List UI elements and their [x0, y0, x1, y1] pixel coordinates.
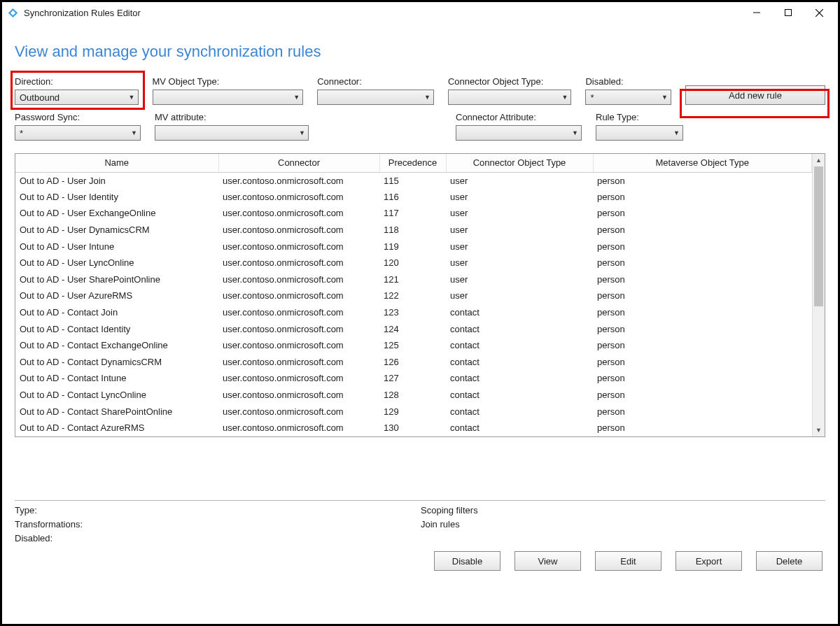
app-icon	[8, 8, 18, 18]
table-row[interactable]: Out to AD - Contact DynamicsCRMuser.cont…	[15, 354, 812, 371]
cell-name: Out to AD - User AzureRMS	[15, 287, 218, 304]
col-connector[interactable]: Connector	[218, 154, 379, 172]
filter-connector: Connector: ▼	[317, 76, 434, 105]
add-rule-group: Add new rule	[685, 76, 825, 105]
chevron-down-icon: ▼	[562, 94, 568, 101]
table-row[interactable]: Out to AD - Contact LyncOnlineuser.conto…	[15, 387, 812, 404]
maximize-button[interactable]	[772, 3, 804, 22]
scroll-down-icon[interactable]: ▼	[813, 424, 825, 436]
vertical-scrollbar[interactable]: ▲ ▼	[812, 154, 825, 436]
mv-object-type-combo[interactable]: ▼	[153, 90, 304, 105]
cell-mot: person	[593, 403, 812, 420]
cell-precedence: 129	[379, 403, 446, 420]
detail-disabled-label: Disabled:	[15, 532, 421, 546]
cell-mot: person	[593, 271, 812, 288]
filter-connector-label: Connector:	[317, 76, 434, 87]
disable-button[interactable]: Disable	[434, 551, 500, 571]
filter-password-sync-label: Password Sync:	[15, 112, 141, 122]
table-row[interactable]: Out to AD - User AzureRMSuser.contoso.on…	[15, 287, 812, 304]
mv-attribute-combo[interactable]: ▼	[155, 125, 309, 141]
add-new-rule-button[interactable]: Add new rule	[685, 85, 825, 105]
scroll-up-icon[interactable]: ▲	[813, 154, 825, 166]
cell-cot: contact	[446, 403, 593, 420]
filter-mv-attribute: MV attribute: ▼	[155, 112, 309, 141]
cell-connector: user.contoso.onmicrosoft.com	[218, 387, 379, 404]
connector-attribute-combo[interactable]: ▼	[456, 125, 582, 141]
table-row[interactable]: Out to AD - Contact Intuneuser.contoso.o…	[15, 370, 812, 387]
cell-precedence: 117	[379, 205, 446, 222]
cell-name: Out to AD - User DynamicsCRM	[15, 222, 218, 239]
cell-cot: user	[446, 222, 593, 239]
filter-disabled: Disabled: * ▼	[585, 76, 671, 105]
titlebar: Synchronization Rules Editor	[2, 2, 838, 23]
cell-name: Out to AD - User ExchangeOnline	[15, 205, 218, 222]
cell-precedence: 121	[379, 271, 446, 288]
table-row[interactable]: Out to AD - Contact ExchangeOnlineuser.c…	[15, 337, 812, 354]
cell-precedence: 122	[379, 287, 446, 304]
minimize-button[interactable]	[741, 3, 772, 22]
edit-button[interactable]: Edit	[595, 551, 662, 571]
chevron-down-icon: ▼	[129, 94, 135, 101]
chevron-down-icon: ▼	[293, 94, 300, 101]
cell-name: Out to AD - Contact DynamicsCRM	[15, 354, 218, 371]
table-row[interactable]: Out to AD - User LyncOnlineuser.contoso.…	[15, 255, 812, 271]
close-button[interactable]	[804, 3, 835, 22]
col-precedence[interactable]: Precedence	[379, 154, 446, 172]
chevron-down-icon: ▼	[572, 129, 578, 136]
cell-name: Out to AD - Contact LyncOnline	[15, 387, 218, 404]
cell-precedence: 126	[379, 354, 446, 371]
cell-name: Out to AD - Contact Join	[15, 304, 218, 321]
connector-object-type-combo[interactable]: ▼	[448, 90, 572, 105]
cell-mot: person	[593, 222, 812, 239]
table-row[interactable]: Out to AD - User DynamicsCRMuser.contoso…	[15, 222, 812, 239]
rule-type-combo[interactable]: ▼	[596, 125, 683, 141]
direction-combo[interactable]: Outbound ▼	[15, 90, 139, 105]
filter-mv-object-type: MV Object Type: ▼	[153, 76, 304, 105]
table-row[interactable]: Out to AD - User SharePointOnlineuser.co…	[15, 271, 812, 288]
cell-precedence: 118	[379, 222, 446, 239]
table-row[interactable]: Out to AD - User Identityuser.contoso.on…	[15, 189, 812, 206]
filter-panel: Direction: Outbound ▼ MV Object Type: ▼ …	[15, 76, 825, 148]
cell-precedence: 116	[379, 189, 446, 206]
cell-connector: user.contoso.onmicrosoft.com	[218, 238, 379, 255]
cell-cot: contact	[446, 354, 593, 371]
col-name[interactable]: Name	[15, 154, 218, 172]
table-row[interactable]: Out to AD - User ExchangeOnlineuser.cont…	[15, 205, 812, 222]
table-row[interactable]: Out to AD - Contact Joinuser.contoso.onm…	[15, 304, 812, 321]
filter-direction: Direction: Outbound ▼	[15, 76, 139, 105]
detail-join-rules: Join rules	[421, 518, 478, 532]
chevron-down-icon: ▼	[131, 129, 137, 136]
view-button[interactable]: View	[514, 551, 581, 571]
delete-button[interactable]: Delete	[756, 551, 822, 571]
cell-mot: person	[593, 304, 812, 321]
table-row[interactable]: Out to AD - Contact Identityuser.contoso…	[15, 320, 812, 337]
filter-connector-object-type-label: Connector Object Type:	[448, 76, 572, 87]
cell-mot: person	[593, 387, 812, 404]
password-sync-combo[interactable]: * ▼	[15, 125, 141, 141]
cell-cot: user	[446, 238, 593, 255]
table-row[interactable]: Out to AD - User Joinuser.contoso.onmicr…	[15, 172, 812, 189]
connector-combo[interactable]: ▼	[317, 90, 434, 105]
detail-scoping-filters: Scoping filters	[421, 504, 478, 518]
scroll-thumb[interactable]	[814, 166, 823, 306]
cell-cot: user	[446, 287, 593, 304]
details-panel: Type: Transformations: Disabled: Scoping…	[15, 500, 825, 546]
disabled-combo[interactable]: * ▼	[585, 90, 671, 105]
cell-name: Out to AD - Contact AzureRMS	[15, 420, 218, 436]
table-row[interactable]: Out to AD - Contact SharePointOnlineuser…	[15, 403, 812, 420]
table-row[interactable]: Out to AD - Contact AzureRMSuser.contoso…	[15, 420, 812, 436]
table-row[interactable]: Out to AD - User Intuneuser.contoso.onmi…	[15, 238, 812, 255]
cell-cot: contact	[446, 387, 593, 404]
filter-mv-attribute-label: MV attribute:	[155, 112, 309, 122]
cell-mot: person	[593, 189, 812, 206]
export-button[interactable]: Export	[676, 551, 742, 571]
window-title: Synchronization Rules Editor	[24, 8, 741, 18]
rules-grid: Name Connector Precedence Connector Obje…	[15, 153, 825, 437]
col-mot[interactable]: Metaverse Object Type	[593, 154, 812, 172]
chevron-down-icon: ▼	[424, 94, 430, 101]
cell-name: Out to AD - User LyncOnline	[15, 255, 218, 271]
cell-connector: user.contoso.onmicrosoft.com	[218, 304, 379, 321]
scroll-track[interactable]	[813, 166, 825, 424]
col-cot[interactable]: Connector Object Type	[446, 154, 593, 172]
direction-value: Outbound	[20, 92, 126, 103]
